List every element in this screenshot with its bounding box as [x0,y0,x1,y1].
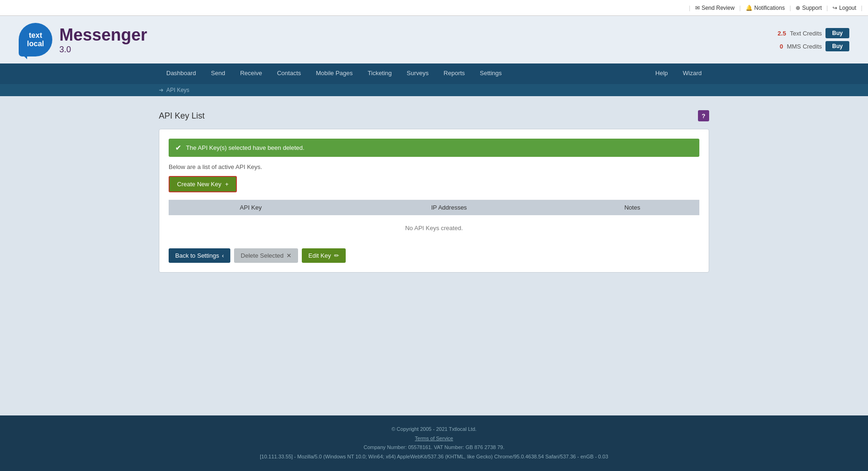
nav-item-dashboard[interactable]: Dashboard [159,63,204,84]
page-title: API Key List [159,111,205,121]
footer: © Copyright 2005 - 2021 Txtlocal Ltd. Te… [0,415,868,471]
nav-item-help[interactable]: Help [648,63,676,84]
credits-area: 2.5 Text Credits Buy 0 MMS Credits Buy [778,28,849,51]
no-keys-message: No API Keys created. [169,215,699,241]
footer-copyright: © Copyright 2005 - 2021 Txtlocal Ltd. [19,425,849,434]
breadcrumb-bar: ➜ API Keys [0,84,868,96]
text-credits-row: 2.5 Text Credits Buy [778,28,849,38]
mms-credits-row: 0 MMS Credits Buy [780,41,849,51]
header: text local Messenger 3.0 2.5 Text Credit… [0,16,868,63]
content-box: ✔ The API Key(s) selected have been dele… [159,129,709,273]
pencil-icon: ✏ [334,252,339,259]
send-review-link[interactable]: ✉ Send Review [691,5,739,11]
top-bar: | ✉ Send Review | 🔔 Notifications | ⊕ Su… [0,0,868,16]
success-text: The API Key(s) selected have been delete… [186,144,305,151]
nav-item-mobile-pages[interactable]: Mobile Pages [308,63,360,84]
nav-item-surveys[interactable]: Surveys [399,63,436,84]
logo-text-line1: text [29,31,42,40]
nav-item-ticketing[interactable]: Ticketing [360,63,399,84]
envelope-icon: ✉ [695,5,700,11]
footer-agent: [10.111.33.55] - Mozilla/5.0 (Windows NT… [19,452,849,462]
nav-item-receive[interactable]: Receive [233,63,270,84]
help-button[interactable]: ? [698,110,709,121]
api-keys-table: API Key IP Addresses Notes No API Keys c… [169,200,699,241]
edit-key-button[interactable]: Edit Key ✏ [302,248,345,263]
back-to-settings-button[interactable]: Back to Settings ‹ [169,248,230,263]
logout-icon: ↪ [832,5,837,11]
nav-item-contacts[interactable]: Contacts [270,63,308,84]
breadcrumb: API Keys [166,87,189,93]
success-message: ✔ The API Key(s) selected have been dele… [169,139,699,157]
table-header-notes: Notes [565,200,699,215]
support-link[interactable]: ⊕ Support [792,5,825,11]
footer-terms-link[interactable]: Terms of Service [415,436,453,441]
checkmark-icon: ✔ [175,143,181,152]
action-buttons-row: Back to Settings ‹ Delete Selected ✕ Edi… [169,248,699,263]
create-key-label: Create New Key [177,181,221,188]
logo-bubble: text local [19,23,52,56]
chevron-left-icon: ‹ [222,252,224,259]
logo-text-line2: local [27,40,44,48]
edit-label: Edit Key [308,252,331,259]
back-label: Back to Settings [175,252,219,259]
logo-area: text local Messenger 3.0 [19,23,147,56]
nav-item-send[interactable]: Send [204,63,233,84]
times-icon: ✕ [286,252,292,259]
bell-icon: 🔔 [746,5,753,11]
support-icon: ⊕ [796,5,800,11]
subtext: Below are a list of active API Keys. [169,163,699,170]
logout-link[interactable]: ↪ Logout [829,5,860,11]
main-content: API Key List ? ✔ The API Key(s) selected… [0,96,868,415]
create-new-key-button[interactable]: Create New Key + [169,176,237,192]
nav-bar: Dashboard Send Receive Contacts Mobile P… [0,63,868,84]
plus-icon: + [225,181,229,188]
buy-mms-credits-button[interactable]: Buy [825,41,849,51]
buy-text-credits-button[interactable]: Buy [825,28,849,38]
nav-item-wizard[interactable]: Wizard [676,63,709,84]
notifications-link[interactable]: 🔔 Notifications [742,5,789,11]
nav-item-settings[interactable]: Settings [472,63,509,84]
breadcrumb-arrow-icon: ➜ [159,87,164,93]
brand-name: Messenger 3.0 [59,25,147,55]
table-header-api-key: API Key [169,200,333,215]
delete-selected-button[interactable]: Delete Selected ✕ [234,248,298,263]
delete-label: Delete Selected [241,252,284,259]
table-header-ip-addresses: IP Addresses [333,200,565,215]
page-title-row: API Key List ? [159,110,709,121]
table-empty-row: No API Keys created. [169,215,699,241]
nav-item-reports[interactable]: Reports [436,63,473,84]
footer-company: Company Number: 05578161. VAT Number: GB… [19,443,849,452]
